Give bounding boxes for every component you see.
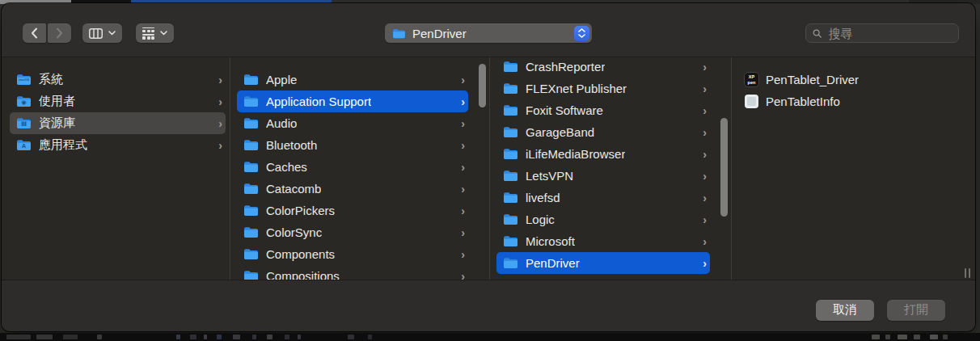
background-noise — [176, 335, 180, 339]
popup-stepper-icon[interactable] — [574, 26, 589, 41]
chevron-right-icon: › — [698, 192, 707, 204]
file-row[interactable]: CrashReporter› — [496, 57, 710, 78]
chevron-down-icon — [108, 31, 116, 36]
chevron-right-icon — [56, 27, 63, 39]
file-row[interactable]: GarageBand› — [496, 121, 710, 143]
scrollbar-thumb[interactable] — [479, 64, 486, 107]
background-noise — [6, 335, 31, 339]
folder-icon — [503, 104, 518, 116]
folder-icon: A — [16, 139, 32, 151]
open-button[interactable]: 打開 — [887, 300, 945, 321]
file-label: Components — [266, 247, 335, 261]
background-noise — [368, 335, 372, 339]
file-row[interactable]: Apple› — [237, 69, 468, 91]
dialog-footer: 取消 打開 — [2, 280, 975, 331]
folder-icon — [503, 235, 518, 247]
file-label: PenTablet_Driver — [766, 73, 859, 86]
background-window-bottom — [0, 333, 980, 341]
file-row[interactable]: Bluetooth› — [237, 134, 468, 156]
file-row[interactable]: Microsoft› — [496, 230, 710, 252]
file-row[interactable]: Caches› — [237, 156, 468, 178]
chevron-left-icon — [31, 27, 38, 39]
background-noise — [943, 335, 948, 339]
cancel-button[interactable]: 取消 — [816, 300, 874, 321]
scrollbar-thumb[interactable] — [720, 118, 728, 217]
file-label: PenTabletInfo — [766, 95, 840, 108]
file-row[interactable]: PenDriver› — [496, 252, 710, 274]
folder-icon — [243, 270, 259, 280]
file-label: Logic — [526, 213, 555, 226]
column-view-icon — [89, 28, 103, 39]
file-row[interactable]: XPpenPenTablet_Driver — [738, 69, 954, 91]
background-noise — [872, 335, 880, 339]
chevron-right-icon: › — [698, 258, 707, 269]
chevron-right-icon: › — [456, 162, 465, 173]
folder-icon — [243, 183, 259, 195]
file-label: 資源庫 — [39, 116, 75, 131]
folder-icon — [503, 257, 518, 269]
file-label: CrashReporter — [526, 60, 605, 74]
background-noise — [885, 335, 890, 339]
forward-button[interactable] — [48, 23, 71, 43]
background-noise — [285, 335, 289, 339]
file-label: ColorSync — [266, 225, 322, 239]
chevron-right-icon: › — [213, 96, 222, 107]
file-row[interactable]: Ⅲ資源庫› — [10, 112, 226, 134]
file-label: iLifeMediaBrowser — [526, 147, 625, 161]
background-noise — [348, 335, 354, 339]
file-row[interactable]: Components› — [237, 243, 468, 265]
folder-icon: Ⅲ — [16, 117, 32, 129]
search-input[interactable] — [826, 26, 952, 41]
chevron-right-icon: › — [698, 236, 707, 247]
file-row[interactable]: Catacomb› — [237, 178, 468, 200]
file-row[interactable]: Application Support› — [237, 91, 468, 112]
file-label: LetsVPN — [526, 169, 573, 183]
file-label: Application Support — [266, 95, 371, 108]
file-label: 系統 — [39, 72, 63, 87]
file-row[interactable]: livefsd› — [496, 187, 710, 208]
search-field[interactable] — [805, 23, 959, 43]
column-pendriver: XPpenPenTablet_DriverPenTabletInfo — [732, 57, 975, 280]
file-row[interactable]: ColorSync› — [237, 221, 468, 243]
column-view-button[interactable] — [82, 23, 122, 43]
file-row[interactable]: macOS系統› — [10, 69, 226, 91]
file-row[interactable]: Compositions› — [237, 265, 468, 280]
folder-icon — [503, 82, 518, 95]
chevron-right-icon: › — [698, 127, 707, 138]
background-noise — [36, 335, 53, 339]
file-row[interactable]: ColorPickers› — [237, 200, 468, 221]
chevron-down-icon — [160, 31, 167, 36]
file-row[interactable]: Logic› — [496, 208, 710, 230]
folder-icon — [392, 28, 406, 39]
file-row[interactable]: A應用程式› — [10, 134, 226, 156]
column-resize-handle[interactable] — [965, 268, 970, 278]
file-open-dialog: PenDriver macOS系統›◉使用者›Ⅲ資源庫›A應用程式› Apple… — [2, 3, 975, 331]
file-row[interactable]: iLifeMediaBrowser› — [496, 143, 710, 165]
chevron-right-icon: › — [698, 149, 707, 160]
file-label: Apple — [266, 73, 297, 86]
group-view-button[interactable] — [136, 23, 174, 43]
file-row[interactable]: LetsVPN› — [496, 165, 710, 187]
chevron-right-icon: › — [698, 61, 707, 73]
back-button[interactable] — [23, 23, 46, 43]
chevron-right-icon: › — [213, 140, 222, 151]
file-row[interactable]: FLEXnet Publisher› — [496, 78, 710, 99]
search-icon — [813, 28, 822, 39]
chevron-right-icon: › — [456, 205, 465, 217]
chevron-right-icon: › — [456, 118, 465, 129]
folder-icon — [503, 213, 518, 225]
chevron-right-icon: › — [698, 105, 707, 116]
file-row[interactable]: ◉使用者› — [10, 91, 226, 112]
file-label: Audio — [266, 116, 297, 130]
file-row[interactable]: Audio› — [237, 112, 468, 134]
background-noise — [267, 335, 272, 339]
nav-button-group — [23, 23, 71, 43]
file-row[interactable]: Foxit Software› — [496, 99, 710, 121]
folder-icon — [503, 192, 518, 204]
chevron-right-icon: › — [698, 170, 707, 182]
background-noise — [252, 335, 256, 339]
file-row[interactable]: PenTabletInfo — [738, 91, 954, 112]
chevron-right-icon: › — [698, 83, 707, 95]
location-popup[interactable]: PenDriver — [385, 23, 592, 43]
folder-icon: ◉ — [16, 95, 32, 107]
